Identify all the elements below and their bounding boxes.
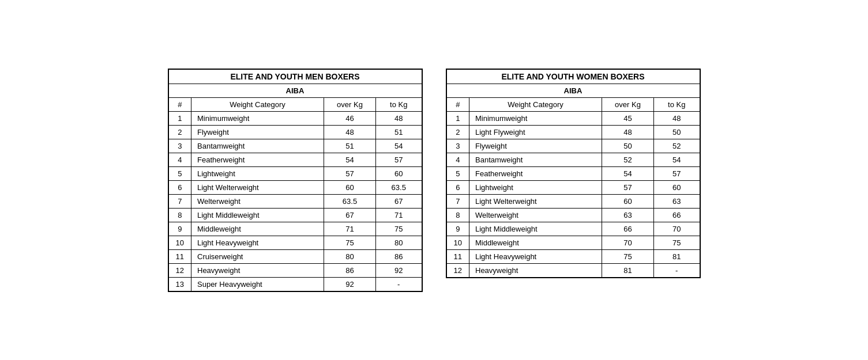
men-col-headers: # Weight Category over Kg to Kg <box>168 97 422 111</box>
row-to: 52 <box>654 139 700 153</box>
row-over: 80 <box>324 249 376 263</box>
table-row: 12 Heavyweight 86 92 <box>168 263 422 277</box>
row-over: 92 <box>324 277 376 291</box>
row-category: Flyweight <box>469 139 602 153</box>
row-num: 8 <box>168 208 191 222</box>
row-category: Bantamweight <box>469 153 602 166</box>
row-to: 75 <box>376 222 422 236</box>
row-category: Light Middleweight <box>191 208 324 222</box>
tables-container: ELITE AND YOUTH MEN BOXERS AIBA # Weight… <box>168 69 701 292</box>
row-over: 66 <box>602 222 654 236</box>
women-col-category: Weight Category <box>469 97 602 111</box>
row-over: 75 <box>324 236 376 249</box>
men-subtitle-row: AIBA <box>168 84 422 97</box>
row-num: 7 <box>446 194 469 208</box>
row-num: 12 <box>168 263 191 277</box>
row-num: 10 <box>168 236 191 249</box>
row-num: 9 <box>168 222 191 236</box>
row-category: Cruiserweight <box>191 249 324 263</box>
row-num: 7 <box>168 194 191 208</box>
row-to: 92 <box>376 263 422 277</box>
table-row: 2 Light Flyweight 48 50 <box>446 125 700 139</box>
row-over: 45 <box>602 111 654 125</box>
row-num: 2 <box>446 125 469 139</box>
row-num: 1 <box>446 111 469 125</box>
row-to: 86 <box>376 249 422 263</box>
table-row: 11 Light Heavyweight 75 81 <box>446 249 700 263</box>
row-to: 51 <box>376 125 422 139</box>
row-to: - <box>376 277 422 291</box>
men-col-category: Weight Category <box>191 97 324 111</box>
table-row: 7 Welterweight 63.5 67 <box>168 194 422 208</box>
table-row: 5 Featherweight 54 57 <box>446 166 700 180</box>
row-category: Light Middleweight <box>469 222 602 236</box>
row-to: 57 <box>654 166 700 180</box>
row-num: 6 <box>446 180 469 194</box>
row-num: 4 <box>446 153 469 166</box>
row-over: 48 <box>324 125 376 139</box>
row-over: 70 <box>602 236 654 249</box>
women-title: ELITE AND YOUTH WOMEN BOXERS <box>446 69 700 84</box>
table-row: 11 Cruiserweight 80 86 <box>168 249 422 263</box>
men-title: ELITE AND YOUTH MEN BOXERS <box>168 69 422 84</box>
table-row: 10 Middleweight 70 75 <box>446 236 700 249</box>
men-table-body: 1 Minimumweight 46 48 2 Flyweight 48 51 … <box>168 111 422 291</box>
men-col-over: over Kg <box>324 97 376 111</box>
row-num: 2 <box>168 125 191 139</box>
table-row: 9 Light Middleweight 66 70 <box>446 222 700 236</box>
row-to: 50 <box>654 125 700 139</box>
row-category: Flyweight <box>191 125 324 139</box>
row-to: 66 <box>654 208 700 222</box>
row-category: Minimumweight <box>191 111 324 125</box>
row-category: Super Heavyweight <box>191 277 324 291</box>
row-num: 3 <box>446 139 469 153</box>
row-to: 63 <box>654 194 700 208</box>
women-col-over: over Kg <box>602 97 654 111</box>
men-col-to: to Kg <box>376 97 422 111</box>
row-to: 63.5 <box>376 180 422 194</box>
row-category: Light Welterweight <box>191 180 324 194</box>
row-category: Middleweight <box>191 222 324 236</box>
row-num: 5 <box>446 166 469 180</box>
row-num: 9 <box>446 222 469 236</box>
row-over: 50 <box>602 139 654 153</box>
row-category: Light Welterweight <box>469 194 602 208</box>
row-category: Light Heavyweight <box>469 249 602 263</box>
table-row: 8 Light Middleweight 67 71 <box>168 208 422 222</box>
row-to: 75 <box>654 236 700 249</box>
row-over: 63.5 <box>324 194 376 208</box>
women-col-to: to Kg <box>654 97 700 111</box>
row-over: 52 <box>602 153 654 166</box>
row-to: 48 <box>376 111 422 125</box>
men-subtitle: AIBA <box>168 84 422 97</box>
row-to: 57 <box>376 153 422 166</box>
row-category: Light Flyweight <box>469 125 602 139</box>
row-category: Welterweight <box>469 208 602 222</box>
row-to: 60 <box>376 166 422 180</box>
row-num: 10 <box>446 236 469 249</box>
row-over: 71 <box>324 222 376 236</box>
row-category: Lightweight <box>191 166 324 180</box>
women-subtitle: AIBA <box>446 84 700 97</box>
row-category: Middleweight <box>469 236 602 249</box>
table-row: 2 Flyweight 48 51 <box>168 125 422 139</box>
row-num: 6 <box>168 180 191 194</box>
row-over: 86 <box>324 263 376 277</box>
table-row: 8 Welterweight 63 66 <box>446 208 700 222</box>
women-table: ELITE AND YOUTH WOMEN BOXERS AIBA # Weig… <box>446 69 701 278</box>
row-num: 12 <box>446 263 469 278</box>
table-row: 4 Bantamweight 52 54 <box>446 153 700 166</box>
women-subtitle-row: AIBA <box>446 84 700 97</box>
row-over: 51 <box>324 139 376 153</box>
table-row: 4 Featherweight 54 57 <box>168 153 422 166</box>
row-num: 8 <box>446 208 469 222</box>
row-over: 57 <box>602 180 654 194</box>
row-over: 81 <box>602 263 654 278</box>
table-row: 3 Bantamweight 51 54 <box>168 139 422 153</box>
row-to: 81 <box>654 249 700 263</box>
row-num: 3 <box>168 139 191 153</box>
table-row: 6 Lightweight 57 60 <box>446 180 700 194</box>
row-category: Featherweight <box>469 166 602 180</box>
table-row: 10 Light Heavyweight 75 80 <box>168 236 422 249</box>
table-row: 1 Minimumweight 46 48 <box>168 111 422 125</box>
